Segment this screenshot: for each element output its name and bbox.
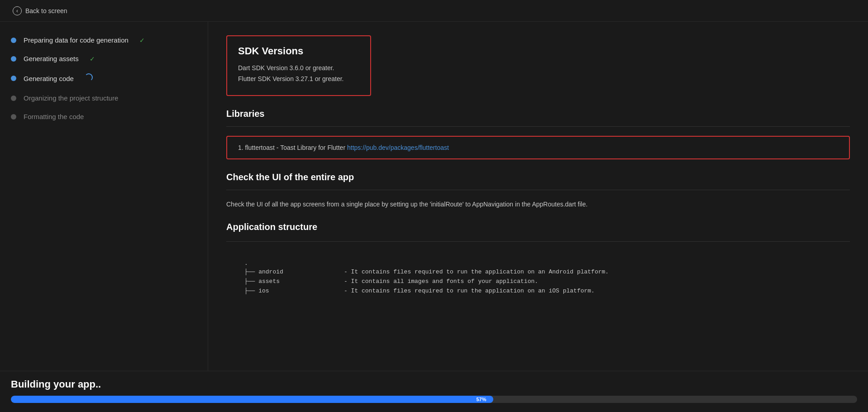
sdk-versions-title: SDK Versions	[238, 45, 359, 57]
sidebar-item-formatting[interactable]: Formatting the code	[0, 107, 208, 126]
tree-assets-path: ├── assets	[244, 278, 335, 285]
tree-android-desc: - It contains files required to run the …	[344, 268, 609, 275]
build-status-section: Building your app.. 57%	[0, 371, 868, 412]
sidebar: Preparing data for code generation ✓ Gen…	[0, 22, 208, 412]
tree-ios-path: ├── ios	[244, 287, 335, 294]
library-item-fluttertoast: 1. fluttertoast - Toast Library for Flut…	[238, 144, 838, 151]
step-dot-formatting	[11, 114, 16, 120]
back-button[interactable]: ‹ Back to screen	[7, 4, 73, 18]
libraries-divider	[226, 126, 850, 127]
sidebar-item-organizing[interactable]: Organizing the project structure	[0, 89, 208, 107]
sidebar-item-generating-code[interactable]: Generating code	[0, 68, 208, 89]
app-structure-title: Application structure	[226, 222, 850, 232]
sidebar-item-generating-assets[interactable]: Generating assets ✓	[0, 49, 208, 68]
check-ui-description: Check the UI of all the app screens from…	[226, 199, 850, 209]
progress-label: 57%	[477, 397, 486, 402]
tree-row-android: ├── android - It contains files required…	[244, 268, 832, 275]
content-area: SDK Versions Dart SDK Version 3.6.0 or g…	[208, 22, 868, 412]
library-link-fluttertoast[interactable]: https://pub.dev/packages/fluttertoast	[347, 144, 449, 151]
sdk-versions-box: SDK Versions Dart SDK Version 3.6.0 or g…	[226, 35, 371, 96]
library-index: 1.	[238, 144, 245, 151]
tree-root: .	[244, 260, 832, 267]
step-dot-preparing	[11, 38, 16, 43]
app-structure-container: . ├── android - It contains files requir…	[226, 251, 850, 306]
tree-assets-desc: - It contains all images and fonts of yo…	[344, 278, 538, 285]
building-title: Building your app..	[11, 378, 857, 390]
libraries-section-header: Libraries	[226, 109, 850, 119]
spinner-generating-code	[85, 73, 93, 83]
back-arrow-icon: ‹	[13, 6, 22, 15]
dart-sdk-version: Dart SDK Version 3.6.0 or greater.	[238, 64, 359, 72]
tree-row-assets: ├── assets - It contains all images and …	[244, 278, 832, 285]
libraries-box: 1. fluttertoast - Toast Library for Flut…	[226, 136, 850, 159]
app-structure-divider	[226, 241, 850, 242]
check-ui-divider	[226, 190, 850, 190]
step-dot-organizing	[11, 96, 16, 101]
check-icon-preparing: ✓	[139, 37, 145, 44]
flutter-sdk-version: Flutter SDK Version 3.27.1 or greater.	[238, 75, 359, 82]
progress-bar-container: 57%	[11, 396, 857, 403]
check-ui-title: Check the UI of the entire app	[226, 172, 850, 182]
step-label-formatting: Formatting the code	[24, 113, 84, 120]
step-label-preparing: Preparing data for code generation	[24, 36, 129, 44]
back-button-label: Back to screen	[25, 7, 67, 14]
top-bar: ‹ Back to screen	[0, 0, 868, 22]
step-label-generating-assets: Generating assets	[24, 55, 79, 62]
loading-spinner	[85, 73, 93, 81]
tree-android-path: ├── android	[244, 268, 335, 275]
tree-ios-desc: - It contains files required to run the …	[344, 287, 595, 294]
step-label-generating-code: Generating code	[24, 75, 74, 82]
progress-bar-fill	[11, 396, 493, 403]
step-dot-generating-code	[11, 76, 16, 81]
sidebar-item-preparing[interactable]: Preparing data for code generation ✓	[0, 31, 208, 49]
tree-row-ios: ├── ios - It contains files required to …	[244, 287, 832, 294]
step-label-organizing: Organizing the project structure	[24, 94, 118, 102]
step-dot-generating-assets	[11, 56, 16, 62]
main-layout: Preparing data for code generation ✓ Gen…	[0, 22, 868, 412]
check-icon-generating-assets: ✓	[90, 55, 95, 62]
library-name: fluttertoast - Toast Library for Flutter	[245, 144, 346, 151]
